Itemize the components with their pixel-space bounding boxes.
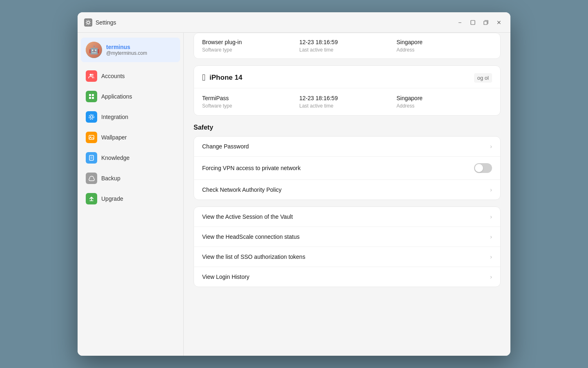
minimize-button[interactable]: −: [455, 18, 465, 27]
sidebar-item-knowledge[interactable]: Knowledge: [81, 148, 180, 168]
browser-plugin-card: Browser plug-in Software type 12-23 18:1…: [194, 33, 501, 59]
knowledge-label: Knowledge: [101, 155, 129, 161]
sidebar-item-backup[interactable]: Backup: [81, 168, 180, 188]
network-policy-chevron-icon: ›: [490, 186, 492, 193]
svg-point-2: [90, 74, 92, 76]
svg-point-0: [87, 21, 89, 24]
top-software-value: Browser plug-in: [202, 39, 298, 45]
sidebar-item-applications[interactable]: Applications: [81, 87, 180, 106]
device-active-value: 12-23 18:16:59: [299, 95, 395, 101]
wallpaper-label: Wallpaper: [101, 134, 127, 141]
applications-icon: [86, 91, 97, 102]
sidebar-item-integration[interactable]: Integration: [81, 107, 180, 127]
network-policy-row[interactable]: Check Network Authority Policy ›: [194, 180, 500, 200]
change-password-label: Change Password: [202, 143, 249, 150]
svg-rect-10: [89, 135, 94, 139]
headscale-chevron-icon: ›: [490, 233, 492, 240]
safety-card: Change Password › Forcing VPN access to …: [194, 136, 501, 200]
login-history-row[interactable]: View Login History ›: [194, 267, 500, 287]
login-history-chevron-icon: ›: [490, 274, 492, 280]
upgrade-label: Upgrade: [101, 195, 123, 202]
top-active-label: Last active time: [299, 47, 395, 53]
integration-label: Integration: [101, 114, 128, 120]
username: terminus: [106, 44, 147, 50]
accounts-icon: [86, 70, 97, 82]
device-software-label: Software type: [202, 103, 298, 109]
user-email: @myterminus.com: [106, 50, 147, 56]
device-address-value: Singapore: [396, 95, 492, 101]
avatar: 🤖: [86, 42, 102, 58]
device-active-label: Last active time: [299, 103, 395, 109]
svg-point-3: [91, 74, 94, 76]
more-items-card: View the Active Session of the Vault › V…: [194, 206, 501, 287]
vpn-access-label: Forcing VPN access to private network: [202, 165, 301, 171]
upgrade-icon: [86, 193, 97, 204]
top-software-label: Software type: [202, 47, 298, 53]
settings-window: Settings − ✕ 🤖: [78, 12, 510, 356]
titlebar-left: Settings: [84, 18, 116, 27]
sidebar: 🤖 terminus @myterminus.com Acc: [78, 33, 184, 356]
device-name: iPhone 14: [209, 74, 242, 82]
close-button[interactable]: ✕: [494, 18, 504, 27]
svg-rect-12: [89, 155, 94, 160]
top-address-value: Singapore: [396, 39, 492, 45]
headscale-label: View the HeadScale connection status: [202, 233, 300, 240]
svg-rect-6: [89, 97, 91, 99]
device-action-button[interactable]: og ol: [474, 73, 492, 83]
window-title: Settings: [96, 19, 116, 26]
active-session-label: View the Active Session of the Vault: [202, 213, 293, 220]
backup-label: Backup: [101, 175, 120, 182]
settings-app-icon: [84, 18, 92, 27]
device-info: TermiPass Software type 12-23 18:16:59 L…: [194, 88, 500, 115]
svg-rect-5: [92, 94, 94, 96]
login-history-label: View Login History: [202, 274, 249, 280]
svg-rect-1: [471, 20, 475, 25]
svg-point-9: [89, 114, 94, 119]
svg-point-8: [90, 116, 93, 118]
sso-tokens-row[interactable]: View the list of SSO authorization token…: [194, 247, 500, 267]
iphone-card:  iPhone 14 og ol TermiPass Software typ…: [194, 65, 501, 116]
apple-logo-icon: : [202, 72, 205, 83]
titlebar: Settings − ✕: [78, 12, 510, 33]
change-password-chevron-icon: ›: [490, 143, 492, 150]
sso-tokens-chevron-icon: ›: [490, 254, 492, 260]
safety-section-title: Safety: [194, 124, 501, 131]
headscale-row[interactable]: View the HeadScale connection status ›: [194, 227, 500, 247]
wallpaper-icon: [86, 132, 97, 143]
knowledge-icon: [86, 152, 97, 164]
svg-rect-4: [89, 94, 91, 96]
vpn-toggle[interactable]: [474, 163, 492, 173]
top-address-label: Address: [396, 47, 492, 53]
change-password-row[interactable]: Change Password ›: [194, 137, 500, 157]
accounts-label: Accounts: [101, 73, 125, 79]
device-header:  iPhone 14 og ol: [194, 66, 500, 88]
active-session-row[interactable]: View the Active Session of the Vault ›: [194, 207, 500, 227]
active-session-chevron-icon: ›: [490, 213, 492, 220]
user-profile[interactable]: 🤖 terminus @myterminus.com: [81, 38, 180, 62]
sso-tokens-label: View the list of SSO authorization token…: [202, 254, 305, 260]
sidebar-item-accounts[interactable]: Accounts: [81, 66, 180, 86]
restore-button[interactable]: [481, 18, 491, 27]
top-active-value: 12-23 18:16:59: [299, 39, 395, 45]
window-controls: − ✕: [455, 18, 504, 27]
sidebar-item-wallpaper[interactable]: Wallpaper: [81, 128, 180, 147]
vpn-access-row[interactable]: Forcing VPN access to private network: [194, 157, 500, 180]
device-address-label: Address: [396, 103, 492, 109]
maximize-button[interactable]: [468, 18, 478, 27]
device-software-value: TermiPass: [202, 95, 298, 101]
svg-rect-7: [92, 97, 94, 99]
applications-label: Applications: [101, 93, 132, 100]
content-area: 🤖 terminus @myterminus.com Acc: [78, 33, 510, 356]
main-content: Browser plug-in Software type 12-23 18:1…: [184, 33, 510, 356]
integration-icon: [86, 111, 97, 123]
backup-icon: [86, 173, 97, 184]
sidebar-item-upgrade[interactable]: Upgrade: [81, 189, 180, 209]
network-policy-label: Check Network Authority Policy: [202, 186, 282, 193]
